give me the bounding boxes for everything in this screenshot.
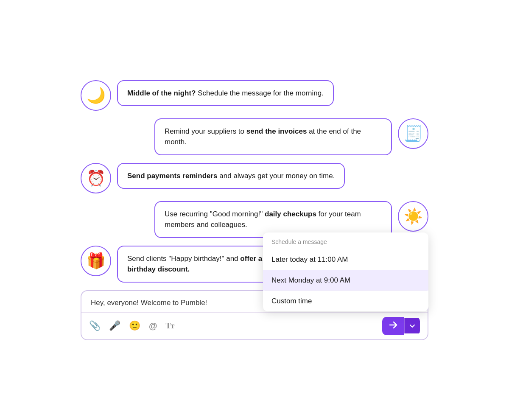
- message-row-1: 🌙 Middle of the night? Schedule the mess…: [81, 80, 428, 111]
- bubble-5: Send clients "Happy birthday!" and offer…: [117, 246, 287, 283]
- chat-container: 🌙 Middle of the night? Schedule the mess…: [81, 80, 428, 340]
- bubble-2-bold: send the invoices: [246, 127, 307, 135]
- mic-icon[interactable]: 🎤: [109, 320, 120, 331]
- schedule-dropdown: Schedule a message Later today at 11:00 …: [263, 232, 428, 311]
- input-toolbar: 📎 🎤 🙂 @ Tт: [81, 313, 428, 339]
- input-area-wrapper: Hey, everyone! Welcome to Pumble! 📎 🎤 🙂 …: [81, 290, 428, 340]
- format-icon[interactable]: Tт: [166, 322, 175, 330]
- send-btn-group: [382, 317, 420, 335]
- bubble-4-bold: daily checkups: [265, 210, 316, 218]
- message-row-2: Remind your suppliers to send the invoic…: [81, 118, 428, 155]
- avatar-3: ⏰: [81, 163, 111, 193]
- bubble-5-bold: offer a birthday discount.: [127, 255, 262, 274]
- avatar-1: 🌙: [81, 80, 111, 111]
- dropdown-item-next-monday[interactable]: Next Monday at 9:00 AM: [263, 270, 428, 291]
- send-button[interactable]: [382, 317, 404, 335]
- send-arrow-icon: [389, 321, 397, 331]
- chevron-down-icon: [410, 322, 415, 329]
- dropdown-item-custom-time[interactable]: Custom time: [263, 291, 428, 311]
- bubble-1: Middle of the night? Schedule the messag…: [117, 80, 334, 106]
- bubble-1-bold: Middle of the night?: [127, 89, 196, 97]
- toolbar-icons: 📎 🎤 🙂 @ Tт: [89, 320, 375, 331]
- message-row-3: ⏰ Send payments reminders and always get…: [81, 163, 428, 193]
- avatar-4: ☀️: [398, 201, 428, 232]
- avatar-2: 🧾: [398, 118, 428, 149]
- dropdown-item-later-today[interactable]: Later today at 11:00 AM: [263, 249, 428, 270]
- attach-icon[interactable]: 📎: [89, 320, 101, 331]
- avatar-5: 🎁: [81, 246, 111, 276]
- emoji-icon[interactable]: 🙂: [129, 320, 140, 331]
- bubble-2: Remind your suppliers to send the invoic…: [154, 118, 392, 155]
- bubble-3: Send payments reminders and always get y…: [117, 163, 345, 189]
- dropdown-header: Schedule a message: [263, 232, 428, 249]
- send-dropdown-button[interactable]: [404, 318, 420, 333]
- bubble-3-bold: Send payments reminders: [127, 172, 218, 180]
- mention-icon[interactable]: @: [149, 321, 157, 331]
